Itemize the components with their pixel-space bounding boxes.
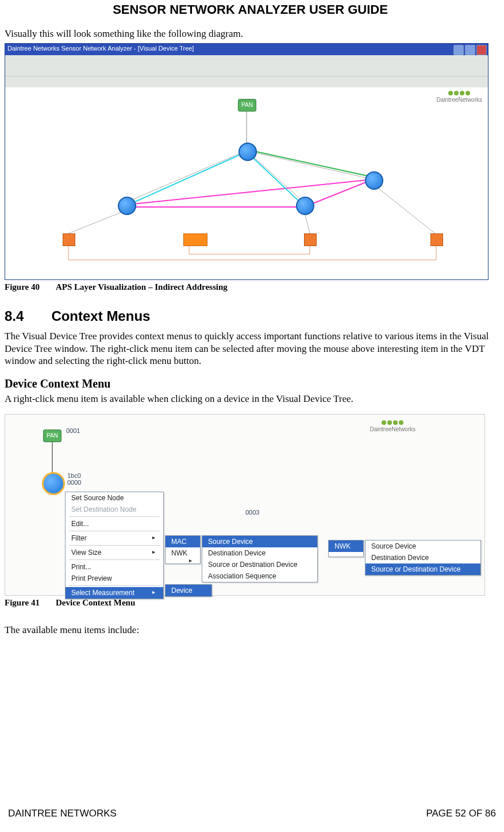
doc-title: SENSOR NETWORK ANALYZER USER GUIDE [5,0,496,28]
section-heading: 8.4Context Menus [5,308,496,324]
menu-source-or-destination-device[interactable]: Source or Destination Device [366,563,480,575]
node-end-device[interactable] [63,233,75,246]
menu-print[interactable]: Print... [66,561,163,573]
node-router[interactable] [296,197,314,215]
device-context-menu: Set Source Node Set Destination Node Edi… [65,492,164,599]
menu-source-device[interactable]: Source Device [366,540,480,552]
node-label: 0001 [66,427,80,434]
node-pan-coordinator[interactable]: PAN [43,430,61,442]
paragraph: A right-click menu item is available whe… [5,393,496,405]
menu-edit[interactable]: Edit... [66,518,163,530]
node-router[interactable] [118,197,136,215]
nwk-submenu-trigger: NWK [328,540,364,557]
menu-source-device[interactable]: Source Device [202,536,317,547]
paragraph: The Visual Device Tree provides context … [5,330,496,367]
toolbar-row-1[interactable] [5,64,488,76]
daintree-logo: DaintreeNetworks [437,91,482,103]
menu-source-or-destination-device[interactable]: Source or Destination Device [202,559,317,570]
node-router-selected[interactable] [42,472,65,495]
menu-destination-device[interactable]: Destination Device [366,552,480,563]
node-router[interactable] [238,143,257,161]
menu-print-preview[interactable]: Print Preview [66,573,163,584]
window-controls [453,45,487,55]
window-title: Daintree Networks Sensor Network Analyze… [7,45,194,52]
menu-filter[interactable]: Filter [66,532,163,544]
toolbar-row-2[interactable] [5,76,488,89]
menu-destination-device[interactable]: Destination Device [202,547,317,559]
svg-line-3 [373,184,435,233]
node-end-device[interactable] [304,233,317,246]
figure-caption-41: Figure 41Device Context Menu [5,598,496,608]
menu-view-size[interactable]: View Size [66,547,163,558]
menu-device[interactable]: Device [166,585,211,596]
filter-submenu: MAC NWK [165,535,201,564]
window-titlebar: Daintree Networks Sensor Network Analyze… [5,44,488,55]
menu-select-measurement[interactable]: Select Measurement [66,587,163,599]
figure-caption-40: Figure 40APS Layer Visualization – Indir… [5,282,496,292]
svg-line-1 [68,210,126,233]
node-label: 1bc0 0000 [67,472,81,486]
measurement-submenu: Device [165,584,212,597]
close-button[interactable] [476,45,487,55]
footer-page-number: PAGE 52 OF 86 [426,808,496,819]
node-pan-coordinator[interactable]: PAN [238,99,256,112]
network-canvas[interactable]: DaintreeNetworks PAN [5,87,488,279]
maximize-button[interactable] [465,45,475,55]
footer-company: DAINTREE NETWORKS [8,808,117,819]
node-label: 0003 [245,509,259,516]
daintree-logo-text: DaintreeNetworks [437,97,482,103]
menu-mac[interactable]: MAC [166,536,200,547]
menu-nwk[interactable]: NWK [329,540,363,552]
menu-set-destination-node: Set Destination Node [66,504,163,515]
paragraph: Visually this will look something like t… [5,28,496,40]
node-router[interactable] [365,171,383,190]
daintree-logo-text: DaintreeNetworks [370,426,415,432]
minimize-button[interactable] [453,45,464,55]
daintree-logo: DaintreeNetworks [370,420,415,433]
menu-set-source-node[interactable]: Set Source Node [66,492,163,504]
app-screenshot-context-menu: DaintreeNetworks PAN 0001 1bc0 0000 0003… [5,414,485,596]
node-end-device-selected[interactable] [183,233,207,246]
node-end-device[interactable] [430,233,443,246]
menubar[interactable] [5,55,488,64]
mac-submenu: Source Device Destination Device Source … [202,535,318,582]
menu-association-sequence[interactable]: Association Sequence [202,570,317,582]
menu-nwk[interactable]: NWK [166,547,200,559]
subsection-heading: Device Context Menu [5,377,496,390]
nwk-submenu: Source Device Destination Device Source … [365,540,481,576]
paragraph: The available menu items include: [5,624,496,636]
app-screenshot-aps-layer: Daintree Networks Sensor Network Analyze… [5,43,488,280]
